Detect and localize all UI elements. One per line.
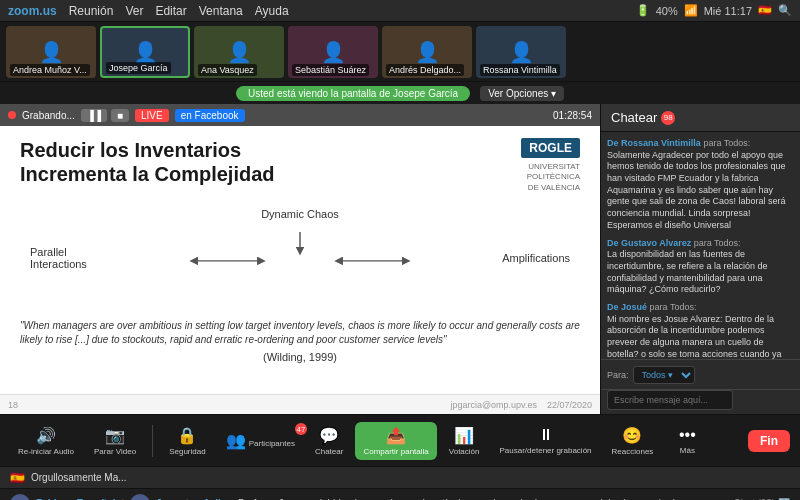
end-button[interactable]: Fin [748, 430, 790, 452]
menu-items: Reunión Ver Editar Ventana Ayuda [69, 4, 289, 18]
more-button[interactable]: ••• Más [665, 422, 709, 459]
participant-name: Sebastián Suárez [292, 64, 369, 76]
record-label: Pausar/detener grabación [499, 446, 591, 455]
diagram-parallel-interactions: Parallel Interactions [30, 246, 87, 270]
slide-footer: 18 jpgarcia@omp.upv.es 22/07/2020 [0, 394, 600, 414]
slide-area: Grabando... ▐▐ ■ LIVE en Facebook 01:28:… [0, 104, 600, 414]
participant-strip: 👤 Andrea Muñoz V... 👤 Josepe García 👤 An… [0, 22, 800, 82]
participant-thumb[interactable]: 👤 Josepe García [100, 26, 190, 78]
participant-name: Andrea Muñoz V... [10, 64, 90, 76]
slide-quote: "When managers are over ambitious in set… [20, 319, 580, 347]
app-name: zoom.us [8, 4, 57, 18]
live-badge: LIVE [135, 109, 169, 122]
share-icon: 📤 [386, 426, 406, 445]
search-icon[interactable]: 🔍 [778, 4, 792, 17]
participant-thumb[interactable]: 👤 Andrés Delgado... [382, 26, 472, 78]
participant-name: Rossana Vintimilla [480, 64, 560, 76]
share-screen-button[interactable]: 📤 Compartir pantalla [355, 422, 436, 460]
diagram-dynamic-chaos: Dynamic Chaos [261, 208, 339, 220]
chat-messages[interactable]: De Rossana Vintimilla para Todos: Solame… [601, 132, 800, 359]
wifi-icon: 📶 [684, 4, 698, 17]
reactions-label: Reacciones [612, 447, 654, 456]
pause-recording-button[interactable]: ▐▐ [81, 109, 107, 122]
chat-to-label: Para: [607, 370, 629, 380]
participant-thumb[interactable]: 👤 Ana Vasquez [194, 26, 284, 78]
audio-icon: 🔊 [36, 426, 56, 445]
chat-message: De Rossana Vintimilla para Todos: Solame… [607, 138, 794, 232]
participants-count-badge: 47 [295, 423, 307, 435]
vote-label: Votación [449, 447, 480, 456]
menu-ventana[interactable]: Ventana [199, 4, 243, 18]
chat-icon: 💬 [319, 426, 339, 445]
participants-button[interactable]: 👥 Participantes 47 [218, 427, 303, 454]
flag-icon: 🇪🇸 [758, 4, 772, 17]
security-button[interactable]: 🔒 Seguridad [161, 422, 213, 460]
menu-ver[interactable]: Ver [125, 4, 143, 18]
recording-bar: Grabando... ▐▐ ■ LIVE en Facebook 01:28:… [0, 104, 600, 126]
notif-text: Orgullosamente Ma... [31, 472, 127, 483]
record-button[interactable]: ⏸ Pausar/detener grabación [491, 422, 599, 459]
reactions-icon: 😊 [622, 426, 642, 445]
view-options-button[interactable]: Ver Opciones ▾ [480, 86, 564, 101]
menu-right: 🔋 40% 📶 Mié 11:17 🇪🇸 🔍 [636, 4, 792, 17]
battery-percent: 40% [656, 5, 678, 17]
recording-status: Grabando... [22, 110, 75, 121]
audio-label: Re-iniciar Audio [18, 447, 74, 456]
conversation-bar: F Fabiosa Español | J Jonnatan Aviles Pr… [0, 488, 800, 500]
upv-logo: UNIVERSITAT POLITÈCNICA DE VALÈNCIA [527, 162, 580, 193]
chat-title: Chatear [611, 110, 657, 125]
chat-message: De Josué para Todos: Mi nombre es Josue … [607, 302, 794, 359]
conv-avatar: J [130, 494, 150, 501]
chat-button-label: Chatear [315, 447, 343, 456]
security-icon: 🔒 [177, 426, 197, 445]
participant-thumb[interactable]: 👤 Sebastián Suárez [288, 26, 378, 78]
chat-message-input[interactable] [607, 390, 733, 410]
rogle-logo: ROGLE [521, 138, 580, 158]
chat-button[interactable]: 💬 Chatear [307, 422, 351, 460]
slide-content: Reducir los Inventarios Incrementa la Co… [0, 126, 600, 414]
chat-badge: 98 [661, 111, 675, 125]
screen-share-notification: Usted está viendo la pantalla de Josepe … [236, 86, 470, 101]
record-icon: ⏸ [538, 426, 554, 444]
vote-button[interactable]: 📊 Votación [441, 422, 488, 460]
audio-button[interactable]: 🔊 Re-iniciar Audio [10, 422, 82, 460]
notif-flag-icon: 🇪🇸 [10, 471, 25, 485]
slide-number: 18 [8, 400, 18, 410]
toolbar: 🔊 Re-iniciar Audio 📷 Parar Video 🔒 Segur… [0, 414, 800, 466]
security-label: Seguridad [169, 447, 205, 456]
slide-meta: jpgarcia@omp.upv.es 22/07/2020 [450, 400, 592, 410]
participant-thumb[interactable]: 👤 Andrea Muñoz V... [6, 26, 96, 78]
conv-avatar: F [10, 494, 30, 501]
recording-controls: ▐▐ ■ [81, 109, 129, 122]
bottom-notification: 🇪🇸 Orgullosamente Ma... [0, 466, 800, 488]
menu-ayuda[interactable]: Ayuda [255, 4, 289, 18]
stop-recording-button[interactable]: ■ [111, 109, 129, 122]
participant-thumb[interactable]: 👤 Rossana Vintimilla [476, 26, 566, 78]
diagram-area: Dynamic Chaos Parallel Interactions Ampl… [20, 203, 580, 313]
facebook-badge: en Facebook [175, 109, 245, 122]
participant-name: Josepe García [106, 62, 171, 74]
separator [152, 425, 153, 457]
share-label: Compartir pantalla [363, 447, 428, 456]
more-label: Más [680, 446, 695, 455]
recording-timer: 01:28:54 [553, 110, 592, 121]
chat-to-select[interactable]: Todos ▾ [633, 366, 695, 384]
recording-indicator [8, 111, 16, 119]
logo-area: ROGLE UNIVERSITAT POLITÈCNICA DE VALÈNCI… [521, 138, 580, 193]
participants-label: Participantes [249, 439, 295, 448]
main-area: Grabando... ▐▐ ■ LIVE en Facebook 01:28:… [0, 104, 800, 414]
menu-reunion[interactable]: Reunión [69, 4, 114, 18]
notification-bar: Usted está viendo la pantalla de Josepe … [0, 82, 800, 104]
participant-name: Andrés Delgado... [386, 64, 464, 76]
battery-icon: 🔋 [636, 4, 650, 17]
slide-header: Reducir los Inventarios Incrementa la Co… [20, 138, 580, 193]
menu-bar: zoom.us Reunión Ver Editar Ventana Ayuda… [0, 0, 800, 22]
chat-message: De Gustavo Alvarez para Todos: La dispon… [607, 238, 794, 296]
slide-citation: (Wilding, 1999) [20, 351, 580, 363]
chat-input-area: Para: Todos ▾ [601, 359, 800, 389]
video-icon: 📷 [105, 426, 125, 445]
video-button[interactable]: 📷 Parar Video [86, 422, 144, 460]
diagram-amplifications: Amplifications [502, 252, 570, 264]
reactions-button[interactable]: 😊 Reacciones [604, 422, 662, 460]
menu-editar[interactable]: Editar [155, 4, 186, 18]
